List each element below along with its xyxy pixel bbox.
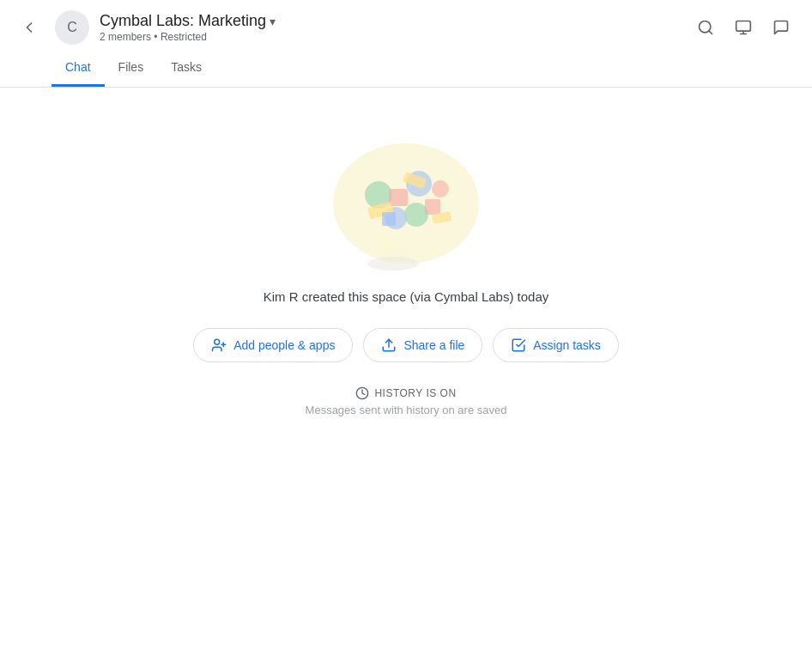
chevron-down-icon: ▾: [270, 15, 276, 28]
chat-panel-icon: [773, 19, 790, 36]
chat-panel-button[interactable]: [764, 10, 798, 45]
tab-files[interactable]: Files: [105, 52, 158, 87]
created-message: Kim R created this space (via Cymbal Lab…: [264, 289, 549, 304]
tab-chat[interactable]: Chat: [52, 52, 105, 87]
add-people-button[interactable]: Add people & apps: [193, 328, 353, 362]
svg-point-18: [432, 180, 449, 197]
upload-icon: [381, 337, 397, 353]
svg-point-9: [404, 203, 428, 227]
action-buttons-row: Add people & apps Share a file Assign ta…: [193, 328, 619, 362]
history-sublabel: Messages sent with history on are saved: [306, 404, 507, 416]
svg-rect-17: [382, 212, 396, 226]
share-file-button[interactable]: Share a file: [363, 328, 482, 362]
header-title-row[interactable]: Cymbal Labs: Marketing ▾: [100, 12, 678, 30]
svg-rect-12: [389, 189, 408, 206]
header-actions: [688, 10, 798, 45]
search-icon: [697, 19, 714, 36]
assign-tasks-button[interactable]: Assign tasks: [493, 328, 619, 362]
svg-point-7: [367, 257, 419, 270]
search-button[interactable]: [688, 10, 723, 45]
header: C Cymbal Labs: Marketing ▾ 2 members • R…: [0, 0, 812, 52]
history-icon: [355, 386, 369, 400]
person-add-icon: [211, 337, 227, 353]
tabs-bar: Chat Files Tasks: [0, 52, 812, 88]
svg-rect-2: [736, 21, 751, 32]
header-info: Cymbal Labs: Marketing ▾ 2 members • Res…: [100, 12, 678, 43]
history-label: HISTORY IS ON: [355, 386, 456, 400]
svg-rect-13: [425, 199, 440, 215]
space-title: Cymbal Labs: Marketing: [100, 12, 266, 30]
svg-point-19: [215, 339, 220, 344]
task-icon: [511, 337, 526, 353]
history-section: HISTORY IS ON Messages sent with history…: [306, 386, 507, 416]
screen-share-button[interactable]: [726, 10, 760, 45]
svg-line-1: [709, 31, 712, 34]
illustration-container: [320, 122, 492, 281]
chat-illustration: [320, 122, 492, 281]
header-subtitle: 2 members • Restricted: [100, 31, 678, 43]
tab-tasks[interactable]: Tasks: [157, 52, 215, 87]
screen-share-icon: [735, 19, 752, 36]
back-button[interactable]: [14, 12, 45, 43]
avatar: C: [55, 10, 89, 45]
main-content: Kim R created this space (via Cymbal Lab…: [0, 88, 812, 632]
